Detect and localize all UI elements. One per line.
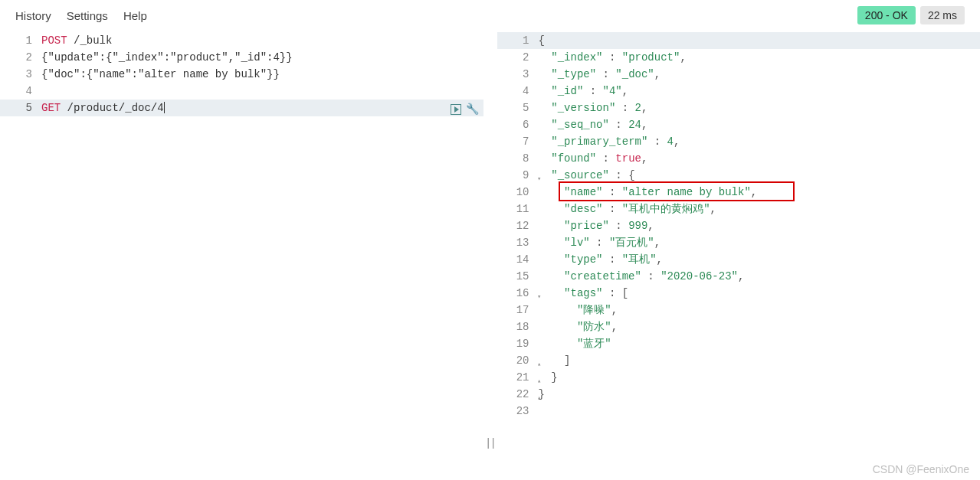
- line-number: 9▾: [497, 167, 536, 184]
- code-line-active[interactable]: GET /product/_doc/4 🔧: [38, 100, 483, 116]
- code-line: "_source" : {: [536, 167, 981, 184]
- code-line: "_id" : "4",: [536, 83, 981, 100]
- code-line: {: [536, 32, 981, 49]
- code-line: "found" : true,: [536, 150, 981, 167]
- line-number: 21▴: [497, 369, 536, 386]
- line-number: 7: [497, 133, 536, 150]
- code-line: [536, 403, 981, 420]
- line-actions: 🔧: [451, 101, 479, 118]
- line-number: 15: [497, 268, 536, 285]
- code-line: "降噪",: [536, 302, 981, 318]
- left-code[interactable]: POST /_bulk {"update":{"_index":"product…: [38, 31, 483, 480]
- line-number: 19: [497, 335, 536, 352]
- response-viewer: 1▾ 2 3 4 5 6 7 8 9▾ 10 11 12 13 14 15 16…: [497, 31, 981, 480]
- line-number: 6: [497, 116, 536, 133]
- code-line: "_primary_term" : 4,: [536, 133, 981, 150]
- code-line: "防水",: [536, 318, 981, 335]
- right-gutter: 1▾ 2 3 4 5 6 7 8 9▾ 10 11 12 13 14 15 16…: [497, 31, 536, 480]
- line-number: 17: [497, 302, 536, 318]
- code-line[interactable]: [38, 83, 483, 100]
- line-number: 1▾: [497, 32, 536, 49]
- split-panes: 1 2 3 4 5 POST /_bulk {"update":{"_index…: [0, 31, 980, 480]
- code-line: "type" : "耳机",: [536, 251, 981, 268]
- latency-badge: 22 ms: [920, 6, 965, 24]
- code-line: }: [536, 369, 981, 386]
- line-number: 22▴: [497, 386, 536, 403]
- request-editor[interactable]: 1 2 3 4 5 POST /_bulk {"update":{"_index…: [0, 31, 483, 480]
- pane-divider[interactable]: ||: [483, 31, 497, 480]
- line-number: 10: [497, 184, 536, 201]
- line-number: 11: [497, 201, 536, 217]
- menu-settings[interactable]: Settings: [67, 9, 108, 22]
- line-number: 14: [497, 251, 536, 268]
- left-gutter: 1 2 3 4 5: [0, 31, 38, 480]
- code-line: "_seq_no" : 24,: [536, 116, 981, 133]
- watermark: CSDN @FeenixOne: [873, 463, 969, 475]
- code-line: "desc" : "耳机中的黄焖鸡",: [536, 201, 981, 217]
- top-bar: History Settings Help 200 - OK 22 ms: [0, 0, 980, 31]
- code-line: "_version" : 2,: [536, 100, 981, 116]
- line-number: 12: [497, 217, 536, 234]
- run-icon[interactable]: [451, 104, 461, 115]
- line-number: 2: [0, 49, 38, 66]
- code-line: "createtime" : "2020-06-23",: [536, 268, 981, 285]
- code-line: "蓝牙": [536, 335, 981, 352]
- line-number: 8: [497, 150, 536, 167]
- http-method: GET: [41, 102, 61, 114]
- code-line: }: [536, 386, 981, 403]
- request-path: /_bulk: [67, 34, 113, 47]
- menu-history[interactable]: History: [15, 9, 51, 22]
- status-badge: 200 - OK: [857, 6, 916, 24]
- line-number: 1: [0, 32, 38, 49]
- line-number: 23: [497, 403, 536, 420]
- line-number: 16▾: [497, 285, 536, 302]
- code-line: "tags" : [: [536, 285, 981, 302]
- status-area: 200 - OK 22 ms: [857, 6, 965, 24]
- code-line-highlighted: "name" : "alter name by bulk",: [536, 184, 981, 201]
- code-line: "lv" : "百元机",: [536, 234, 981, 251]
- code-line: "price" : 999,: [536, 217, 981, 234]
- line-number: 4: [497, 83, 536, 100]
- right-code: { "_index" : "product", "_type" : "_doc"…: [536, 31, 981, 480]
- line-number: 2: [497, 49, 536, 66]
- line-number: 20▴: [497, 352, 536, 369]
- line-number: 4: [0, 83, 38, 100]
- code-line: "_index" : "product",: [536, 49, 981, 66]
- menu-help[interactable]: Help: [123, 9, 147, 22]
- code-line: ]: [536, 352, 981, 369]
- code-line[interactable]: POST /_bulk: [38, 32, 483, 49]
- code-line[interactable]: {"doc":{"name":"alter name by bulk"}}: [38, 66, 483, 83]
- code-line: "_type" : "_doc",: [536, 66, 981, 83]
- http-method: POST: [41, 34, 67, 47]
- request-path: /product/_doc/4: [61, 102, 163, 114]
- code-line[interactable]: {"update":{"_index":"product","_id":4}}: [38, 49, 483, 66]
- wrench-icon[interactable]: 🔧: [466, 101, 479, 118]
- menu: History Settings Help: [15, 9, 147, 22]
- line-number: 3: [0, 66, 38, 83]
- line-number: 5: [497, 100, 536, 116]
- text-cursor: [164, 102, 165, 113]
- line-number: 5: [0, 100, 38, 116]
- line-number: 18: [497, 318, 536, 335]
- line-number: 13: [497, 234, 536, 251]
- line-number: 3: [497, 66, 536, 83]
